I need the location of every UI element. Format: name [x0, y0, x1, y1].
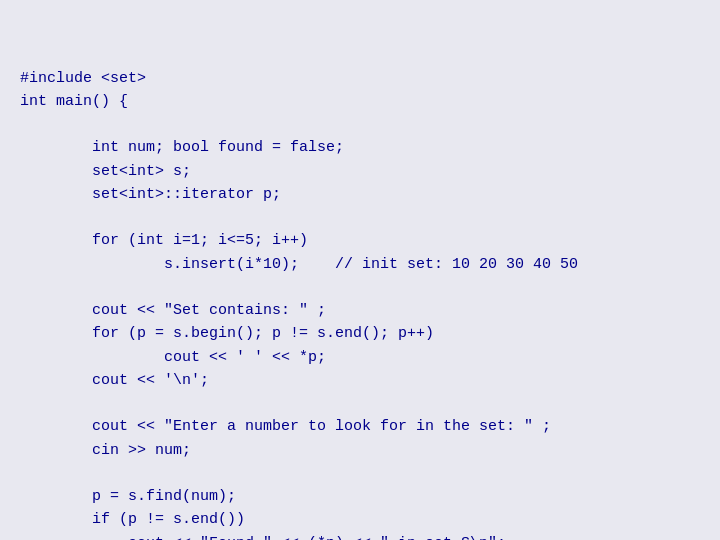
code-line: int num; bool found = false;: [20, 136, 700, 159]
code-line: int main() {: [20, 90, 700, 113]
code-line: for (p = s.begin(); p != s.end(); p++): [20, 322, 700, 345]
code-line: cout << "Enter a number to look for in t…: [20, 415, 700, 438]
code-line: [20, 113, 700, 136]
code-line: if (p != s.end()): [20, 508, 700, 531]
code-line: cin >> num;: [20, 439, 700, 462]
code-line: for (int i=1; i<=5; i++): [20, 229, 700, 252]
code-display: #include <set>int main() { int num; bool…: [0, 0, 720, 540]
code-line: p = s.find(num);: [20, 485, 700, 508]
code-line: [20, 276, 700, 299]
code-line: cout << "Set contains: " ;: [20, 299, 700, 322]
code-line: [20, 392, 700, 415]
code-line: [20, 206, 700, 229]
code-line: cout << '\n';: [20, 369, 700, 392]
code-line: set<int>::iterator p;: [20, 183, 700, 206]
code-line: #include <set>: [20, 67, 700, 90]
code-line: [20, 462, 700, 485]
code-line: cout << ' ' << *p;: [20, 346, 700, 369]
code-line: cout << "Found " << (*p) << " in set S\n…: [20, 532, 700, 541]
code-line: set<int> s;: [20, 160, 700, 183]
code-line: s.insert(i*10); // init set: 10 20 30 40…: [20, 253, 700, 276]
